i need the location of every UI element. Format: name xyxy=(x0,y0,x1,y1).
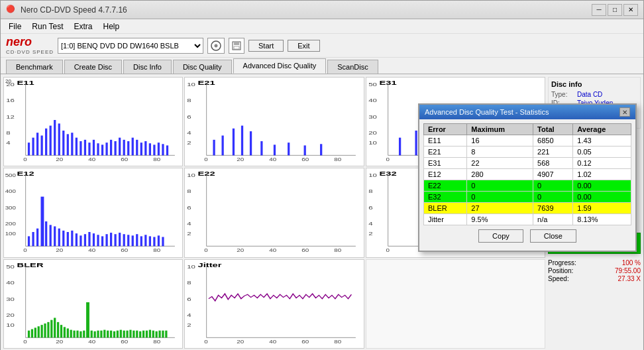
svg-rect-216 xyxy=(136,330,138,337)
svg-text:20: 20 xyxy=(368,130,377,136)
logo-nero: nero xyxy=(6,36,54,49)
cell-bler-max: 27 xyxy=(467,203,533,214)
svg-rect-139 xyxy=(144,235,146,247)
maximize-button[interactable]: □ xyxy=(608,4,622,16)
col-total: Total xyxy=(533,124,573,135)
minimize-button[interactable]: ─ xyxy=(592,4,606,16)
svg-text:BLER: BLER xyxy=(17,261,44,268)
svg-rect-210 xyxy=(117,330,119,337)
svg-rect-185 xyxy=(34,327,36,337)
col-average: Average xyxy=(573,124,631,135)
svg-text:20: 20 xyxy=(237,157,244,162)
svg-rect-135 xyxy=(127,235,129,247)
chart-empty xyxy=(366,259,545,349)
cell-e21-avg: 0.05 xyxy=(573,146,631,158)
svg-text:6: 6 xyxy=(188,114,191,120)
svg-text:4: 4 xyxy=(188,312,192,318)
cell-e31-max: 22 xyxy=(467,158,533,169)
menu-file[interactable]: File xyxy=(3,21,27,32)
svg-rect-195 xyxy=(67,328,69,337)
drive-selector[interactable]: [1:0] BENQ DVD DD DW1640 BSLB xyxy=(58,38,203,54)
logo-subtitle: CD·DVD SPEED xyxy=(6,49,54,55)
tab-scandisc[interactable]: ScanDisc xyxy=(327,60,378,74)
row-jitter: Jitter 9.5% n/a 8.13% xyxy=(424,214,631,225)
svg-text:80: 80 xyxy=(153,339,160,344)
tab-create-disc[interactable]: Create Disc xyxy=(64,60,122,74)
cell-e22-avg: 0.00 xyxy=(573,180,631,192)
svg-text:10: 10 xyxy=(188,263,196,269)
svg-rect-24 xyxy=(28,143,30,155)
tab-benchmark[interactable]: Benchmark xyxy=(6,60,63,74)
stats-table-head: Error Maximum Total Average xyxy=(424,124,631,135)
svg-rect-33 xyxy=(67,134,69,155)
menu-bar: File Run Test Extra Help xyxy=(1,19,643,34)
start-button[interactable]: Start xyxy=(248,40,284,52)
tab-disc-quality[interactable]: Disc Quality xyxy=(173,60,232,74)
main-window: 🔴 Nero CD-DVD Speed 4.7.7.16 ─ □ ✕ File … xyxy=(0,0,644,350)
cell-e11-avg: 1.43 xyxy=(573,135,631,146)
svg-rect-52 xyxy=(149,143,151,155)
tab-advanced-disc-quality[interactable]: Advanced Disc Quality xyxy=(233,58,327,74)
svg-rect-40 xyxy=(97,143,99,155)
svg-text:2: 2 xyxy=(188,231,191,237)
svg-rect-9 xyxy=(234,42,239,45)
svg-rect-73 xyxy=(241,126,243,156)
tab-disc-info[interactable]: Disc Info xyxy=(123,60,172,74)
svg-rect-53 xyxy=(153,145,155,155)
svg-rect-225 xyxy=(165,330,167,337)
menu-help[interactable]: Help xyxy=(98,21,125,32)
exit-button[interactable]: Exit xyxy=(288,40,319,52)
stats-close-x[interactable]: ✕ xyxy=(619,107,630,117)
svg-text:40: 40 xyxy=(270,157,277,162)
svg-rect-211 xyxy=(120,329,122,337)
svg-rect-189 xyxy=(47,322,49,337)
cell-e31-error: E31 xyxy=(424,158,467,169)
close-button[interactable]: ✕ xyxy=(623,4,638,16)
svg-rect-94 xyxy=(415,131,417,155)
stats-header-row: Error Maximum Total Average xyxy=(424,124,631,135)
svg-text:80: 80 xyxy=(153,157,160,162)
close-button[interactable]: Close xyxy=(530,229,576,243)
speed-value-progress: 27.33 X xyxy=(618,275,641,282)
save-button[interactable] xyxy=(229,38,244,54)
menu-extra[interactable]: Extra xyxy=(68,21,97,32)
svg-rect-56 xyxy=(166,145,168,155)
chart-e21-svg: E21 10 8 6 4 2 0 20 40 60 80 xyxy=(185,78,363,166)
position-label: Position: xyxy=(548,267,573,274)
svg-rect-208 xyxy=(110,330,112,337)
svg-rect-200 xyxy=(83,330,85,337)
cell-e32-total: 0 xyxy=(533,192,573,203)
svg-rect-183 xyxy=(28,330,30,337)
svg-rect-222 xyxy=(156,331,158,337)
svg-text:10: 10 xyxy=(6,322,15,328)
copy-button[interactable]: Copy xyxy=(478,229,523,243)
svg-text:50: 50 xyxy=(6,263,15,269)
svg-rect-77 xyxy=(288,143,290,155)
drive-icon-button[interactable] xyxy=(207,38,225,54)
svg-rect-51 xyxy=(144,141,146,155)
cell-bler-error: BLER xyxy=(424,203,467,214)
app-icon: 🔴 xyxy=(6,5,17,15)
stats-buttons: Copy Close xyxy=(423,225,631,247)
chart-e11: 20 E11 20 16 12 8 4 0 20 40 60 80 xyxy=(3,77,183,166)
svg-text:4: 4 xyxy=(188,130,192,136)
svg-text:8: 8 xyxy=(6,130,10,136)
svg-rect-120 xyxy=(62,231,64,246)
svg-rect-214 xyxy=(129,329,131,337)
svg-text:8: 8 xyxy=(368,189,372,195)
svg-rect-130 xyxy=(105,235,107,247)
svg-rect-190 xyxy=(50,320,52,337)
cell-e21-total: 221 xyxy=(533,146,573,158)
svg-rect-186 xyxy=(38,326,40,337)
svg-rect-213 xyxy=(126,330,128,337)
chart-e11-ymax: 20 xyxy=(5,78,11,84)
chart-e22: E22 10 8 6 4 2 0 20 40 60 80 xyxy=(184,168,364,257)
svg-rect-25 xyxy=(32,138,34,156)
svg-text:4: 4 xyxy=(6,140,11,146)
cell-e22-total: 0 xyxy=(533,180,573,192)
col-maximum: Maximum xyxy=(467,124,533,135)
svg-rect-93 xyxy=(399,138,401,156)
menu-run-test[interactable]: Run Test xyxy=(27,21,68,32)
stats-table: Error Maximum Total Average E11 16 6850 … xyxy=(423,123,631,225)
cell-jitter-total: n/a xyxy=(533,214,573,225)
